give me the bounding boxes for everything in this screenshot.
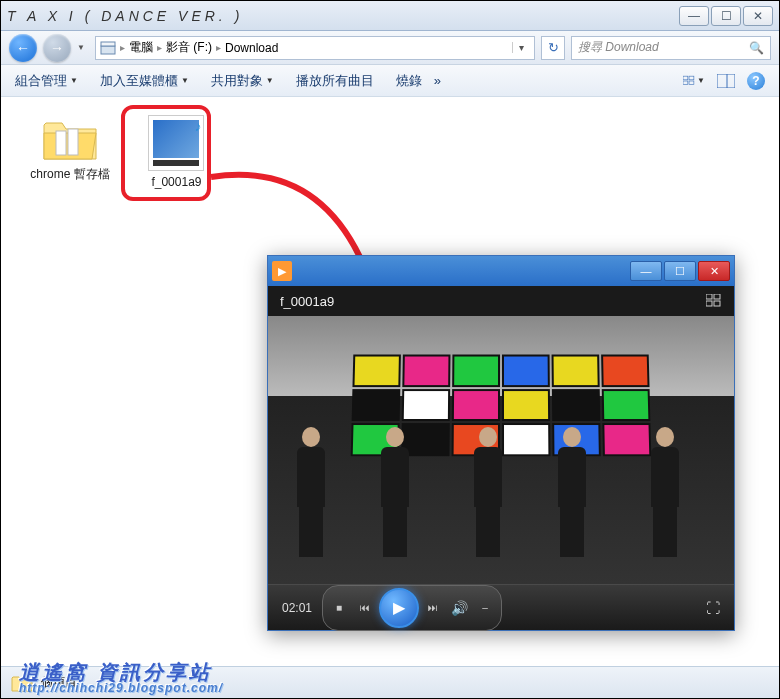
folder-item[interactable]: chrome 暫存檔 (25, 115, 115, 183)
command-bar: 組合管理▼ 加入至媒體櫃▼ 共用對象▼ 播放所有曲目 燒錄 » ▼ ? (1, 65, 779, 97)
video-file-item[interactable]: f_0001a9 (131, 115, 221, 191)
svg-rect-1 (101, 42, 115, 46)
svg-rect-12 (706, 301, 712, 306)
player-maximize-button[interactable]: ☐ (664, 261, 696, 281)
window-buttons: — ☐ ✕ (679, 6, 773, 26)
svg-rect-9 (68, 129, 78, 155)
burn-button[interactable]: 燒錄 (396, 72, 422, 90)
media-player-window: ▶ — ☐ ✕ f_0001a9 02:01 ■ ⏮ (267, 255, 735, 631)
transport-controls: ■ ⏮ ▶ ⏭ 🔊 – (322, 585, 502, 631)
player-filename: f_0001a9 (280, 294, 334, 309)
volume-slider[interactable]: – (473, 596, 497, 620)
breadcrumb-item[interactable]: 電腦 (129, 39, 153, 56)
address-bar[interactable]: ▸ 電腦 ▸ 影音 (F:) ▸ Download ▾ (95, 36, 535, 60)
previous-button[interactable]: ⏮ (353, 596, 377, 620)
search-icon: 🔍 (749, 41, 764, 55)
address-dropdown[interactable]: ▾ (512, 42, 530, 53)
refresh-button[interactable]: ↻ (541, 36, 565, 60)
svg-rect-3 (689, 76, 694, 80)
toolbar-overflow[interactable]: » (434, 73, 441, 88)
status-bar: 個項目 (1, 666, 779, 698)
svg-rect-2 (683, 76, 688, 80)
svg-rect-8 (56, 131, 66, 155)
breadcrumb-item[interactable]: 影音 (F:) (166, 39, 212, 56)
explorer-titlebar: T A X I ( DANCE VER. ) — ☐ ✕ (1, 1, 779, 31)
player-minimize-button[interactable]: — (630, 261, 662, 281)
breadcrumb-item[interactable]: Download (225, 41, 278, 55)
svg-rect-10 (706, 294, 712, 299)
window-title: T A X I ( DANCE VER. ) (7, 8, 679, 24)
svg-rect-0 (101, 46, 115, 54)
back-button[interactable]: ← (9, 34, 37, 62)
svg-rect-5 (689, 81, 694, 85)
view-options-button[interactable]: ▼ (683, 71, 705, 91)
video-display[interactable] (268, 316, 734, 584)
player-controls: 02:01 ■ ⏮ ▶ ⏭ 🔊 – ⛶ (268, 584, 734, 630)
drive-icon (100, 40, 116, 56)
player-titlebar[interactable]: ▶ — ☐ ✕ (268, 256, 734, 286)
elapsed-time: 02:01 (282, 601, 312, 615)
player-viewmode-icon[interactable] (706, 294, 722, 308)
folder-status-icon (11, 673, 33, 693)
include-library-menu[interactable]: 加入至媒體櫃▼ (100, 72, 189, 90)
svg-rect-13 (714, 301, 720, 306)
fullscreen-button[interactable]: ⛶ (706, 600, 720, 616)
maximize-button[interactable]: ☐ (711, 6, 741, 26)
search-input[interactable]: 搜尋 Download 🔍 (571, 36, 771, 60)
file-name: f_0001a9 (151, 175, 201, 191)
help-button[interactable]: ? (747, 72, 765, 90)
video-file-icon (148, 115, 204, 171)
volume-button[interactable]: 🔊 (447, 596, 471, 620)
organize-menu[interactable]: 組合管理▼ (15, 72, 78, 90)
svg-rect-11 (714, 294, 720, 299)
breadcrumb-separator: ▸ (157, 42, 162, 53)
file-name: chrome 暫存檔 (30, 167, 109, 183)
share-menu[interactable]: 共用對象▼ (211, 72, 274, 90)
minimize-button[interactable]: — (679, 6, 709, 26)
player-nowplaying-bar: f_0001a9 (268, 286, 734, 316)
next-button[interactable]: ⏭ (421, 596, 445, 620)
search-placeholder: 搜尋 Download (578, 39, 659, 56)
svg-rect-4 (683, 81, 688, 85)
wmp-icon: ▶ (272, 261, 292, 281)
preview-pane-button[interactable] (715, 71, 737, 91)
breadcrumb-separator: ▸ (120, 42, 125, 53)
play-all-button[interactable]: 播放所有曲目 (296, 72, 374, 90)
close-button[interactable]: ✕ (743, 6, 773, 26)
svg-rect-6 (717, 74, 735, 88)
folder-icon (42, 115, 98, 163)
breadcrumb-separator: ▸ (216, 42, 221, 53)
stop-button[interactable]: ■ (327, 596, 351, 620)
player-close-button[interactable]: ✕ (698, 261, 730, 281)
item-count: 個項目 (41, 674, 77, 691)
nav-bar: ← → ▼ ▸ 電腦 ▸ 影音 (F:) ▸ Download ▾ ↻ 搜尋 D… (1, 31, 779, 65)
forward-button[interactable]: → (43, 34, 71, 62)
history-dropdown[interactable]: ▼ (77, 43, 89, 52)
play-button[interactable]: ▶ (379, 588, 419, 628)
